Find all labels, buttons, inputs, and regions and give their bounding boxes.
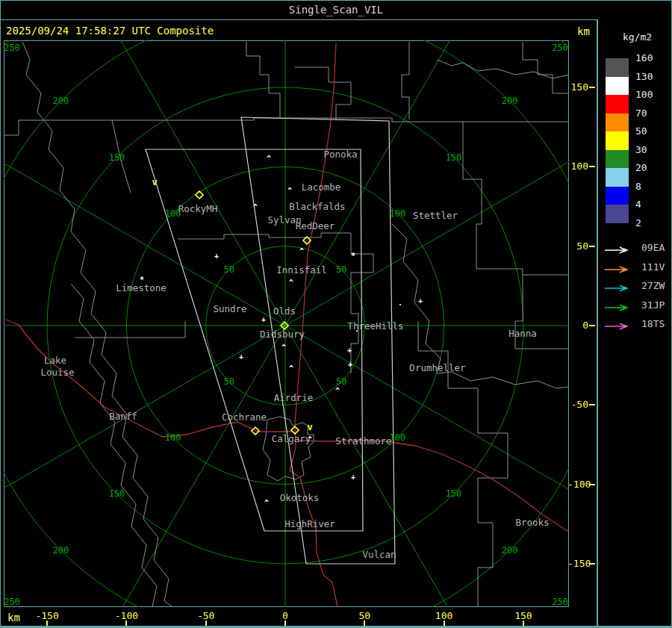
city-label-olds: Olds <box>273 305 296 317</box>
legend-value-label: 8 <box>635 181 641 192</box>
ring-distance-label: 150 <box>446 152 462 163</box>
city-label-highriver: HighRiver <box>284 518 335 529</box>
legend-color-swatch <box>606 187 629 205</box>
town-marker: ^ <box>267 155 271 163</box>
title-bar: Single_Scan_VIL <box>0 0 672 20</box>
bottom-axis-label: -150 <box>35 610 58 621</box>
town-marker: ^ <box>264 499 269 507</box>
ring-distance-label: 200 <box>52 545 69 556</box>
legend-value-label: 70 <box>635 108 647 119</box>
map-canvas: 5050505010010010010015015015015020020020… <box>4 40 569 607</box>
county-boundary <box>4 118 569 135</box>
scan-timestamp: 2025/09/24 17:58:27 UTC Composite <box>6 25 214 37</box>
town-marker: * <box>351 252 355 260</box>
legend-value-label: 2 <box>635 217 641 228</box>
town-marker: ^ <box>335 387 340 395</box>
city-label-blackfalds: Blackfalds <box>289 201 345 212</box>
ring-distance-label: 250 <box>552 43 568 53</box>
city-label-limestone: Limestone <box>116 282 167 293</box>
town-marker: + <box>351 473 355 481</box>
right-axis-tick <box>589 484 595 485</box>
radar-arrow-icon <box>604 322 632 331</box>
county-boundary <box>437 60 569 78</box>
radar-id-label: 111V <box>641 261 665 273</box>
right-axis-tick <box>589 325 595 326</box>
legend-color-swatch <box>606 168 629 187</box>
county-boundary <box>22 42 172 606</box>
bottom-axis-label: 150 <box>514 610 532 621</box>
city-label-banff: Banff <box>109 411 137 422</box>
city-label-vulcan: Vulcan <box>362 549 396 560</box>
legend-panel: kg/m2 1601301007050302084209EA111V27ZW31… <box>597 19 672 628</box>
right-axis-label: 150 <box>567 81 588 93</box>
bottom-axis-unit-label: km <box>7 612 20 624</box>
ring-distance-label: 200 <box>52 96 69 106</box>
town-marker: ^ <box>287 187 292 195</box>
bottom-axis-label: -100 <box>115 610 138 621</box>
ring-distance-label: 150 <box>109 488 125 499</box>
city-label-calgary: Calgary <box>272 433 311 444</box>
ring-distance-label: 50 <box>224 264 234 275</box>
right-axis-label: -100 <box>567 479 588 490</box>
bottom-axis-label: 0 <box>282 610 288 621</box>
right-axis-unit-label: km <box>577 25 590 37</box>
city-label-lacombe: Lacombe <box>302 181 341 193</box>
radar-arrow-icon <box>604 265 632 274</box>
town-marker: + <box>239 352 243 361</box>
city-label-lake: Lake <box>44 355 66 366</box>
bottom-axis-tick <box>205 621 207 626</box>
city-label-innisfail: Innisfail <box>276 264 327 276</box>
storm-direction-marker: v <box>152 177 157 187</box>
bottom-axis-tick <box>364 621 365 626</box>
legend-value-label: 100 <box>635 89 653 100</box>
bottom-axis-tick <box>523 621 524 626</box>
bottom-divider <box>0 626 672 627</box>
ring-distance-label: 100 <box>389 432 405 443</box>
city-label-louise: Louise <box>40 367 74 378</box>
town-marker: ^ <box>289 279 293 287</box>
ring-distance-label: 200 <box>502 96 518 106</box>
legend-value-label: 20 <box>635 162 647 173</box>
legend-radar-row: 31JP <box>604 301 632 315</box>
ring-distance-label: 50 <box>224 376 234 387</box>
ring-distance-label: 50 <box>336 264 346 275</box>
county-boundary <box>463 121 569 275</box>
ring-distance-label: 50 <box>336 376 346 387</box>
right-axis-label: 0 <box>567 320 588 331</box>
legend-color-swatch <box>606 131 629 150</box>
legend-value-label: 130 <box>635 71 653 82</box>
ring-distance-label: 150 <box>446 488 462 499</box>
city-label-didsbury: Didsbury <box>260 329 305 340</box>
bottom-axis-tick <box>125 621 127 626</box>
ring-distance-label: 150 <box>109 152 125 163</box>
legend-color-swatch <box>606 150 629 169</box>
right-axis-label: 50 <box>567 240 588 252</box>
legend-color-swatch <box>606 205 629 223</box>
legend-radar-row: 18TS <box>604 320 632 334</box>
right-axis-label: -50 <box>567 399 588 410</box>
legend-unit-label: kg/m2 <box>623 31 652 43</box>
radar-arrow-icon <box>604 303 632 312</box>
city-label-reddeer: RedDeer <box>296 220 335 231</box>
window-title: Single_Scan_VIL <box>289 4 383 16</box>
county-boundary <box>71 284 157 606</box>
bottom-axis-tick <box>444 621 445 626</box>
city-label-rockymh: RockyMH <box>178 203 218 214</box>
ring-distance-label: 250 <box>4 43 20 53</box>
city-label-airdrie: Airdrie <box>274 392 314 403</box>
legend-value-label: 50 <box>635 125 647 137</box>
town-marker: ^ <box>299 247 304 255</box>
ring-distance-label: 100 <box>389 208 405 219</box>
right-axis-tick <box>589 166 595 167</box>
right-axis-tick <box>589 563 595 565</box>
legend-radar-row: 27ZW <box>604 282 632 296</box>
legend-value-label: 30 <box>635 144 647 155</box>
county-boundary <box>246 42 280 118</box>
radar-id-label: 18TS <box>641 318 665 329</box>
town-marker: + <box>347 346 352 354</box>
radar-id-label: 27ZW <box>641 280 665 291</box>
ring-distance-label: 200 <box>502 545 518 556</box>
city-label-cochrane: Cochrane <box>222 411 267 423</box>
ring-distance-label: 100 <box>165 432 181 443</box>
city-label-okotoks: Okotoks <box>280 492 320 503</box>
